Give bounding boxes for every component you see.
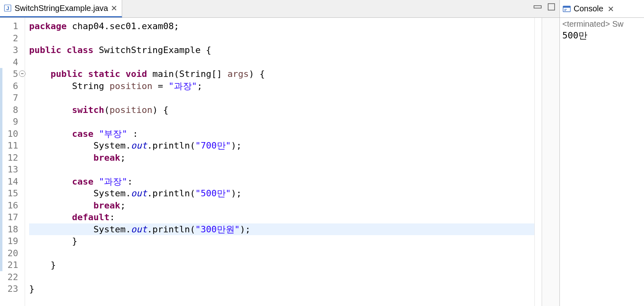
line-number: 20 bbox=[0, 247, 25, 259]
code-line[interactable] bbox=[29, 56, 534, 68]
editor-tab-bar: J SwitchStringExample.java bbox=[0, 0, 559, 18]
svg-rect-4 bbox=[534, 6, 541, 8]
console-tab[interactable]: Console bbox=[562, 4, 614, 13]
console-status: <terminated> Sw bbox=[562, 19, 642, 29]
code-line[interactable]: break; bbox=[29, 152, 534, 164]
close-icon[interactable] bbox=[110, 4, 118, 12]
line-number: 6 bbox=[0, 80, 25, 92]
java-file-icon: J bbox=[3, 4, 12, 13]
code-area: 1234567891011121314151617181920212223 pa… bbox=[0, 18, 559, 306]
code-line[interactable]: } bbox=[29, 259, 534, 271]
line-number: 18 bbox=[0, 223, 25, 236]
line-number: 17 bbox=[0, 211, 25, 223]
line-number: 2 bbox=[0, 32, 25, 45]
line-number: 4 bbox=[0, 56, 25, 68]
close-icon[interactable] bbox=[607, 5, 614, 13]
line-number: 15 bbox=[0, 187, 25, 200]
console-title: Console bbox=[574, 4, 603, 13]
code-line[interactable]: System.out.println("700만"); bbox=[29, 140, 534, 152]
overview-ruler[interactable] bbox=[534, 18, 542, 306]
line-number: 23 bbox=[0, 283, 25, 295]
minimize-icon[interactable] bbox=[533, 3, 542, 11]
code-line[interactable]: case "부장" : bbox=[29, 128, 534, 140]
line-number: 7 bbox=[0, 92, 25, 104]
line-number: 8 bbox=[0, 104, 25, 116]
line-number: 16 bbox=[0, 200, 25, 212]
code-line[interactable]: package chap04.sec01.exam08; bbox=[29, 20, 534, 32]
console-tab-bar: Console bbox=[560, 0, 644, 18]
vertical-scrollbar[interactable] bbox=[542, 18, 559, 306]
code-line[interactable]: public class SwitchStringExample { bbox=[29, 44, 534, 56]
console-panel: Console <terminated> Sw 500만 bbox=[560, 0, 644, 306]
line-number: 1 bbox=[0, 20, 25, 32]
code-line[interactable] bbox=[29, 116, 534, 128]
line-number: 14 bbox=[0, 176, 25, 188]
console-icon bbox=[562, 4, 571, 13]
code-line[interactable]: System.out.println("300만원"); bbox=[29, 223, 534, 236]
code-line[interactable]: case "과장": bbox=[29, 176, 534, 188]
code-line[interactable] bbox=[29, 32, 534, 45]
console-body: <terminated> Sw 500만 bbox=[560, 18, 644, 43]
code-line[interactable]: System.out.println("500만"); bbox=[29, 187, 534, 200]
tab-filename: SwitchStringExample.java bbox=[15, 4, 108, 13]
fold-toggle-icon[interactable] bbox=[19, 70, 25, 77]
console-output: 500만 bbox=[562, 29, 642, 42]
code-line[interactable]: String position = "과장"; bbox=[29, 80, 534, 92]
code-line[interactable] bbox=[29, 247, 534, 259]
svg-rect-8 bbox=[563, 6, 570, 8]
editor-tab[interactable]: J SwitchStringExample.java bbox=[0, 0, 122, 17]
code-line[interactable]: default: bbox=[29, 211, 534, 223]
code-line[interactable] bbox=[29, 92, 534, 104]
code-line[interactable]: public static void main(String[] args) { bbox=[29, 68, 534, 80]
code-line[interactable]: break; bbox=[29, 200, 534, 212]
code-line[interactable]: } bbox=[29, 235, 534, 247]
line-number: 21 bbox=[0, 259, 25, 271]
line-number: 5 bbox=[0, 68, 25, 80]
line-number: 3 bbox=[0, 44, 25, 56]
line-number: 9 bbox=[0, 116, 25, 128]
code-content[interactable]: package chap04.sec01.exam08; public clas… bbox=[25, 18, 534, 306]
line-number: 19 bbox=[0, 235, 25, 247]
line-number: 12 bbox=[0, 152, 25, 164]
code-line[interactable] bbox=[29, 164, 534, 176]
svg-rect-5 bbox=[548, 4, 555, 10]
line-number: 13 bbox=[0, 164, 25, 176]
line-number-gutter: 1234567891011121314151617181920212223 bbox=[0, 18, 25, 306]
line-number: 11 bbox=[0, 140, 25, 152]
editor-toolbar-icons bbox=[533, 3, 556, 11]
code-line[interactable]: switch(position) { bbox=[29, 104, 534, 116]
svg-text:J: J bbox=[6, 5, 9, 11]
editor-panel: J SwitchStringExample.java bbox=[0, 0, 560, 306]
line-number: 22 bbox=[0, 271, 25, 283]
code-line[interactable]: } bbox=[29, 283, 534, 295]
code-line[interactable] bbox=[29, 271, 534, 283]
maximize-icon[interactable] bbox=[547, 3, 556, 11]
line-number: 10 bbox=[0, 128, 25, 140]
